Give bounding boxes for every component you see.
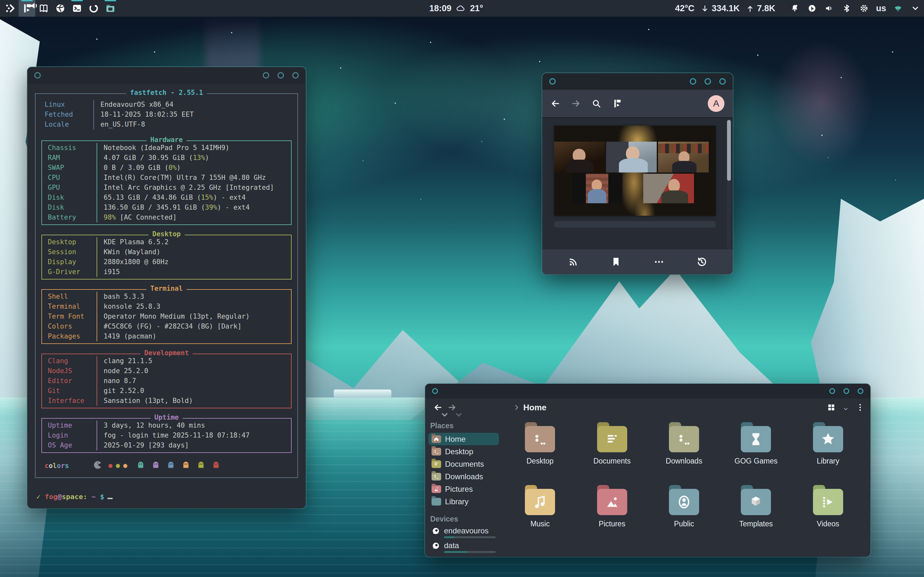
fastfetch-value: 4.07 GiB / 30.95 GiB (13%) [97,153,291,163]
folder-item-music[interactable]: Music [504,484,576,547]
folder-item-gog-games[interactable]: GOG Games [720,422,792,484]
taskbar-browser[interactable] [52,0,69,17]
folder-icon [431,435,441,443]
section-title: Terminal [146,285,186,292]
folder-item-templates[interactable]: Templates [720,484,792,547]
section-title: Uptime [150,414,183,421]
folder-icon [597,426,627,452]
cpu-temp: 42°C [675,3,694,13]
taskbar-app-launcher[interactable] [2,0,19,17]
folder-item-documents[interactable]: Documents [576,422,648,484]
pellet [108,464,113,468]
freetube-content[interactable] [542,118,733,228]
fastfetch-value: KWin (Wayland) [97,247,291,257]
profile-avatar[interactable]: A [708,95,724,112]
tray-expander-icon[interactable] [910,3,921,14]
scrollbar-thumb[interactable] [727,120,731,181]
folder-item-downloads[interactable]: Downloads [648,422,720,484]
sidebar-item-downloads[interactable]: Downloads [428,470,499,483]
taskbar-dolphin[interactable] [102,0,119,17]
fastfetch-value: git 2.52.0 [97,386,291,396]
minimize-button[interactable] [690,78,696,85]
fastfetch-key: Disk [42,203,97,213]
fastfetch-key: Session [42,247,97,257]
remote-pointer-icon[interactable] [806,3,817,14]
hamburger-menu-button[interactable] [856,403,865,412]
sidebar-item-desktop[interactable]: Desktop [428,445,499,458]
fastfetch-value: konsole 25.8.3 [97,301,291,311]
keyboard-layout-indicator[interactable]: us [876,3,886,13]
fastfetch-key: Colors [42,322,97,332]
video-progress-strip[interactable] [554,221,716,227]
folder-item-pictures[interactable]: Pictures [576,484,648,547]
close-button[interactable] [719,78,726,85]
fastfetch-key: CPU [42,173,97,183]
chevron-down-icon[interactable] [843,405,849,410]
history-icon[interactable] [696,256,707,268]
folder-icon [525,489,555,515]
terminal-output[interactable]: fastfetch - 2.55.1 LinuxFetchedLocaleEnd… [27,84,306,501]
more-options-icon[interactable] [654,256,664,268]
maximize-button[interactable] [278,72,284,79]
pellet [123,464,128,468]
back-button[interactable] [551,99,560,108]
window-menu-button[interactable] [549,78,556,85]
taskbar-swirl-app[interactable] [86,0,102,17]
taskbar-books-app[interactable] [35,0,52,17]
close-button[interactable] [292,72,299,79]
webcam-feed [658,142,709,172]
folder-item-videos[interactable]: Videos [792,484,864,547]
terminal-titlebar[interactable] [27,67,306,84]
device-item-endeavouros[interactable]: endeavouros [428,526,499,536]
aurora-pink-glow [754,19,889,186]
minimize-button[interactable] [263,72,269,79]
close-button[interactable] [858,388,863,394]
dolphin-titlebar[interactable] [425,384,871,398]
forward-button[interactable] [571,99,581,108]
pacman-icon [94,461,102,471]
bookmarks-icon[interactable] [611,256,622,268]
maximize-button[interactable] [704,78,711,85]
sidebar-item-documents[interactable]: Documents [428,458,499,470]
minimize-button[interactable] [829,388,835,394]
notifications-icon[interactable] [789,3,800,14]
wifi-icon[interactable] [893,3,903,14]
folder-item-public[interactable]: Public [648,484,720,547]
star-field [96,39,97,40]
sidebar-item-home[interactable]: Home [428,433,499,445]
sidebar-item-pictures[interactable]: Pictures [428,483,499,495]
folder-item-library[interactable]: Library [792,422,864,484]
maximize-button[interactable] [843,388,849,394]
fastfetch-rows: UptimeLoginOS Age3 days, 12 hours, 40 mi… [42,421,291,450]
window-menu-button[interactable] [432,388,438,394]
video-thumbnail[interactable] [554,126,716,216]
view-mode-button[interactable] [827,403,836,412]
bluetooth-icon[interactable] [841,3,852,14]
folder-item-desktop[interactable]: Desktop [504,422,576,484]
fastfetch-key: Editor [42,376,97,386]
clock-widget[interactable]: 18:09 21° [429,0,483,17]
search-icon[interactable] [591,99,601,108]
subscriptions-rss-icon[interactable] [568,256,579,268]
folder-grid: DesktopDocumentsDownloadsGOG GamesLibrar… [501,416,871,557]
device-item-data[interactable]: data [428,541,499,550]
ice-floe [334,390,391,398]
sidebar-item-library[interactable]: Library [428,495,499,508]
window-menu-button[interactable] [34,72,41,79]
taskbar-konsole[interactable] [69,0,86,17]
taskbar-freetube[interactable] [19,0,35,17]
settings-updates-icon[interactable] [859,3,869,14]
freetube-titlebar[interactable] [542,73,733,90]
folder-label: Videos [817,520,839,528]
freetube-logo-icon [612,99,622,108]
folder-label: Desktop [527,457,553,466]
book-icon [39,3,49,13]
forward-button[interactable] [445,400,459,414]
device-usage-bar [444,551,496,553]
colors-label: colors [39,462,94,470]
breadcrumb[interactable]: Home [513,403,546,413]
breadcrumb-location[interactable]: Home [523,403,546,413]
back-button[interactable] [431,400,445,414]
fastfetch-value: en_US.UTF-8 [94,119,294,129]
volume-icon[interactable] [824,3,835,14]
